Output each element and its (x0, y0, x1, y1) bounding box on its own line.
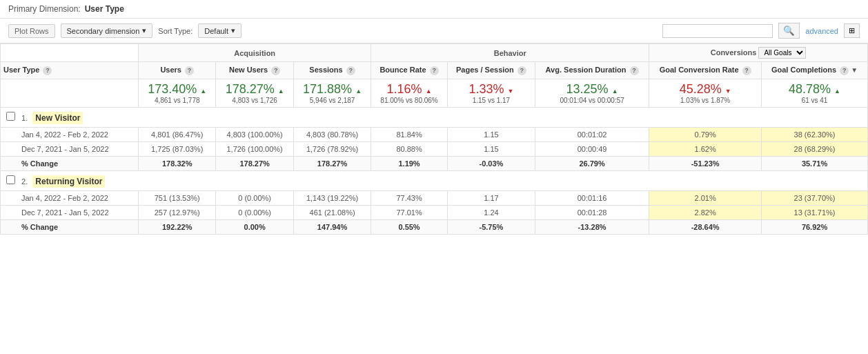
user-type-help-icon[interactable]: ? (43, 66, 52, 75)
rv-d1-gcr: 2.01% (649, 191, 762, 206)
goal-completions-header: Goal Completions ? ▼ (762, 62, 868, 79)
returning-visitor-change-row: % Change 192.22% 0.00% 147.94% 0.55% -5.… (1, 220, 868, 235)
conversions-group-header: Conversions All Goals (649, 44, 868, 62)
new-visitor-label: New Visitor (32, 112, 83, 124)
total-new-users-main: 178.27% (220, 82, 288, 97)
total-new-users-cell: 178.27% 4,803 vs 1,726 (216, 79, 293, 108)
nv-d1-gcr: 0.79% (649, 128, 762, 142)
bounce-up-arrow (426, 82, 432, 96)
nv-change-avg: 26.79% (535, 157, 649, 171)
rv-d2-gc: 13 (31.71%) (762, 206, 868, 220)
new-visitor-date2-row: Dec 7, 2021 - Jan 5, 2022 1,725 (87.03%)… (1, 142, 868, 157)
nv-d1-pages: 1.15 (447, 128, 535, 142)
returning-visitor-label-cell: 2. Returning Visitor (1, 171, 868, 191)
total-label-cell (1, 79, 139, 108)
sort-type-label: Sort Type: (158, 27, 193, 35)
primary-dim-label: Primary Dimension: (8, 4, 81, 14)
all-goals-select[interactable]: All Goals (758, 47, 806, 59)
sessions-help-icon[interactable]: ? (346, 66, 355, 75)
secondary-dimension-dropdown[interactable]: Secondary dimension ▾ (61, 23, 153, 38)
rv-change-users: 192.22% (139, 220, 216, 235)
advanced-link[interactable]: advanced (805, 27, 838, 35)
nv-change-pages: -0.03% (447, 157, 535, 171)
nv-change-bounce: 1.19% (371, 157, 448, 171)
col-header-row: User Type ? Users ? New Users ? Sessions… (1, 62, 868, 79)
goal-conv-rate-header: Goal Conversion Rate ? (649, 62, 762, 79)
total-users-cell: 173.40% 4,861 vs 1,778 (139, 79, 216, 108)
nv-change-users: 178.32% (139, 157, 216, 171)
returning-visitor-checkbox[interactable] (6, 175, 15, 184)
rv-change-gcr: -28.64% (649, 220, 762, 235)
pages-session-help-icon[interactable]: ? (517, 66, 526, 75)
total-pages-main: 1.33% (452, 82, 531, 97)
returning-visitor-date2-row: Dec 7, 2021 - Jan 5, 2022 257 (12.97%) 0… (1, 206, 868, 220)
rv-d1-bounce: 77.43% (371, 191, 448, 206)
total-sessions-sub: 5,946 vs 2,187 (298, 97, 366, 104)
users-help-icon[interactable]: ? (185, 66, 194, 75)
total-bounce-sub: 81.00% vs 80.06% (375, 97, 443, 104)
sessions-header: Sessions ? (293, 62, 371, 79)
rv-change-sessions: 147.94% (293, 220, 371, 235)
avg-session-header: Avg. Session Duration ? (535, 62, 649, 79)
nv-d1-new-users: 4,803 (100.00%) (216, 128, 293, 142)
bounce-rate-help-icon[interactable]: ? (430, 66, 439, 75)
avg-session-help-icon[interactable]: ? (630, 66, 639, 75)
rv-d1-avg: 00:01:16 (535, 191, 649, 206)
goal-conv-rate-help-icon[interactable]: ? (742, 66, 751, 75)
new-visitor-date1-row: Jan 4, 2022 - Feb 2, 2022 4,801 (86.47%)… (1, 128, 868, 142)
nv-change-new-users: 178.27% (216, 157, 293, 171)
total-avg-main: 13.25% (540, 82, 644, 97)
rv-d2-new-users: 0 (0.00%) (216, 206, 293, 220)
rv-change-bounce: 0.55% (371, 220, 448, 235)
nv-d2-bounce: 80.88% (371, 142, 448, 157)
plot-rows-button[interactable]: Plot Rows (8, 24, 55, 38)
gc-up-arrow (834, 82, 840, 96)
nv-d1-gc: 38 (62.30%) (762, 128, 868, 142)
nv-change-sessions: 178.27% (293, 157, 371, 171)
rv-change-new-users: 0.00% (216, 220, 293, 235)
grid-view-button[interactable]: ⊞ (844, 23, 860, 38)
total-gc-main: 48.78% (766, 82, 863, 97)
nv-d1-users: 4,801 (86.47%) (139, 128, 216, 142)
main-table: Acquisition Behavior Conversions All Goa… (0, 43, 868, 235)
nv-d2-avg: 00:00:49 (535, 142, 649, 157)
returning-visitor-label: Returning Visitor (32, 175, 105, 188)
nv-d2-users: 1,725 (87.03%) (139, 142, 216, 157)
rv-change-label: % Change (1, 220, 139, 235)
sort-type-dropdown[interactable]: Default ▾ (198, 23, 241, 38)
total-users-main: 173.40% (143, 82, 211, 97)
new-visitor-checkbox[interactable] (6, 112, 15, 121)
returning-visitor-date1-label: Jan 4, 2022 - Feb 2, 2022 (1, 191, 139, 206)
total-users-sub: 4,861 vs 1,778 (143, 97, 211, 104)
toolbar: Plot Rows Secondary dimension ▾ Sort Typ… (0, 19, 868, 43)
new-visitor-label-cell: 1. New Visitor (1, 108, 868, 128)
rv-d1-users: 751 (13.53%) (139, 191, 216, 206)
new-users-help-icon[interactable]: ? (271, 66, 280, 75)
chevron-down-icon: ▾ (231, 26, 235, 35)
nv-d2-new-users: 1,726 (100.00%) (216, 142, 293, 157)
rv-d1-pages: 1.17 (447, 191, 535, 206)
goal-completions-help-icon[interactable]: ? (840, 66, 849, 75)
search-button[interactable]: 🔍 (778, 23, 800, 39)
nv-d1-sessions: 4,803 (80.78%) (293, 128, 371, 142)
nv-change-label: % Change (1, 157, 139, 171)
new-users-up-arrow (278, 82, 284, 96)
rv-d1-gc: 23 (37.70%) (762, 191, 868, 206)
nv-d2-gcr: 1.62% (649, 142, 762, 157)
total-bounce-main: 1.16% (375, 82, 443, 97)
rv-change-avg: -13.28% (535, 220, 649, 235)
col-group-header-row: Acquisition Behavior Conversions All Goa… (1, 44, 868, 62)
total-gcr-main: 45.28% (653, 82, 757, 97)
returning-visitor-header-row: 2. Returning Visitor (1, 171, 868, 191)
rv-d2-pages: 1.24 (447, 206, 535, 220)
total-pages-session-cell: 1.33% 1.15 vs 1.17 (447, 79, 535, 108)
top-bar: Primary Dimension: User Type (0, 0, 868, 19)
nv-d1-bounce: 81.84% (371, 128, 448, 142)
search-input[interactable] (662, 24, 773, 38)
total-avg-session-cell: 13.25% 00:01:04 vs 00:00:57 (535, 79, 649, 108)
returning-visitor-date2-label: Dec 7, 2021 - Jan 5, 2022 (1, 206, 139, 220)
total-pages-sub: 1.15 vs 1.17 (452, 97, 531, 104)
nv-d2-pages: 1.15 (447, 142, 535, 157)
avg-up-arrow (612, 82, 618, 96)
total-gc-sub: 61 vs 41 (766, 97, 863, 104)
